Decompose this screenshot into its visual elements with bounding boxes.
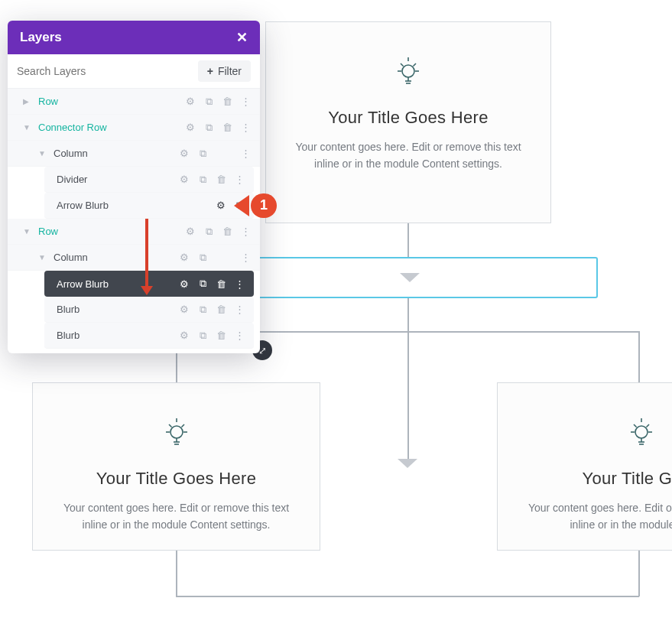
svg-point-9 [170, 426, 183, 438]
lightbulb-icon [56, 414, 297, 450]
layer-label: Connector Row [38, 122, 183, 133]
lightbulb-icon [289, 53, 528, 89]
layer-label: Divider [57, 174, 177, 185]
chevron-down-icon[interactable]: ▼ [23, 123, 32, 132]
arrow-blurb-module[interactable] [222, 257, 598, 298]
card-title[interactable]: Your Title Goes Here [56, 469, 297, 489]
more-icon[interactable]: ⋮ [232, 173, 246, 187]
gear-icon[interactable]: ⚙ [177, 147, 191, 161]
trash-icon[interactable]: 🗑 [214, 173, 228, 187]
layer-arrow-blurb-source[interactable]: Arrow Blurb ⚙ ⧉ 1 + [44, 193, 254, 219]
gear-icon[interactable]: ⚙ [177, 173, 191, 187]
layer-row-2[interactable]: ▼ Row ⚙ ⧉ 🗑 ⋮ [8, 219, 260, 245]
chevron-down-icon[interactable]: ▼ [38, 149, 47, 158]
connector-line [407, 223, 409, 257]
trash-icon[interactable]: 🗑 [214, 329, 228, 343]
duplicate-icon[interactable]: ⧉ [202, 225, 216, 239]
duplicate-icon[interactable]: ⧉ [196, 329, 209, 343]
gear-icon[interactable]: ⚙ [177, 251, 191, 265]
layer-label: Row [38, 226, 183, 237]
caret-down-icon [398, 459, 417, 468]
connector-line [638, 550, 640, 596]
duplicate-icon[interactable]: ⧉ [196, 147, 209, 161]
more-icon[interactable]: ⋮ [232, 329, 246, 343]
layer-column-2[interactable]: ▼ Column ⚙ ⧉ . ⋮ [8, 245, 260, 271]
layer-blurb[interactable]: Blurb ⚙ ⧉ 🗑 ⋮ [44, 323, 254, 349]
more-icon[interactable]: ⋮ [239, 147, 252, 161]
panel-title: Layers [20, 30, 62, 45]
callout-number: 1 [251, 193, 277, 218]
chevron-down-icon[interactable]: ▼ [23, 227, 32, 236]
trash-icon[interactable]: 🗑 [214, 277, 228, 291]
svg-line-7 [401, 63, 404, 67]
layer-label: Column [54, 148, 177, 159]
filter-button[interactable]: + Filter [198, 60, 251, 82]
connector-line [407, 331, 409, 461]
layer-row[interactable]: ▶ Row ⚙ ⧉ 🗑 ⋮ [8, 89, 260, 115]
card-top[interactable]: Your Title Goes Here Your content goes h… [265, 21, 551, 223]
more-icon[interactable]: ⋮ [239, 121, 252, 135]
layer-label: Row [38, 96, 183, 107]
card-title[interactable]: Your Title Goes [521, 469, 672, 489]
filter-label: Filter [218, 65, 242, 77]
layers-tree: ▶ Row ⚙ ⧉ 🗑 ⋮ ▼ Connector Row ⚙ ⧉ 🗑 ⋮ ▼ … [8, 89, 260, 353]
panel-toolbar: + Filter [8, 54, 260, 89]
layer-column[interactable]: ▼ Column ⚙ ⧉ . ⋮ [8, 141, 260, 167]
chevron-down-icon[interactable]: ▼ [38, 253, 47, 262]
svg-line-16 [169, 424, 172, 427]
layer-label: Blurb [57, 304, 177, 315]
gear-icon[interactable]: ⚙ [177, 277, 191, 291]
duplicate-icon[interactable]: ⧉ [196, 173, 209, 187]
gear-icon[interactable]: ⚙ [177, 303, 191, 317]
trash-icon[interactable]: 🗑 [220, 121, 234, 135]
search-input[interactable] [17, 65, 192, 77]
gear-icon[interactable]: ⚙ [183, 95, 197, 109]
close-icon[interactable]: ✕ [236, 31, 248, 44]
caret-down-icon [400, 273, 420, 282]
layer-label: Blurb [57, 330, 177, 341]
more-icon[interactable]: ⋮ [239, 251, 252, 265]
svg-line-8 [414, 63, 417, 67]
more-icon[interactable]: ⋮ [232, 277, 246, 291]
card-bottom-left[interactable]: Your Title Goes Here Your content goes h… [32, 382, 320, 551]
layer-connector-row[interactable]: ▼ Connector Row ⚙ ⧉ 🗑 ⋮ [8, 115, 260, 141]
card-body[interactable]: Your content goes here. Edit or remove t… [521, 499, 672, 534]
card-bottom-right[interactable]: Your Title Goes Your content goes here. … [497, 382, 672, 551]
more-icon[interactable]: ⋮ [239, 95, 252, 109]
chevron-right-icon[interactable]: ▶ [23, 97, 32, 106]
gear-icon[interactable]: ⚙ [214, 199, 228, 213]
layer-label: Arrow Blurb [57, 200, 214, 211]
more-icon[interactable]: ⋮ [239, 225, 252, 239]
trash-icon[interactable]: 🗑 [220, 95, 234, 109]
svg-line-25 [634, 424, 637, 427]
plus-icon: + [207, 65, 213, 77]
duplicate-icon[interactable]: ⧉ [196, 277, 209, 291]
connector-line [176, 550, 177, 596]
svg-point-0 [402, 65, 414, 77]
svg-line-17 [181, 424, 184, 427]
connector-line [638, 331, 640, 382]
card-title[interactable]: Your Title Goes Here [289, 108, 528, 128]
duplicate-icon[interactable]: ⧉ [196, 251, 209, 265]
layer-divider[interactable]: Divider ⚙ ⧉ 🗑 ⋮ [44, 167, 254, 193]
svg-line-26 [646, 424, 649, 427]
gear-icon[interactable]: ⚙ [183, 121, 197, 135]
trash-icon[interactable]: 🗑 [220, 225, 234, 239]
panel-header[interactable]: Layers ✕ [8, 21, 260, 54]
layer-blurb[interactable]: Blurb ⚙ ⧉ 🗑 ⋮ [44, 297, 254, 323]
layer-label: Arrow Blurb [57, 278, 177, 290]
duplicate-icon[interactable]: ⧉ [196, 303, 209, 317]
duplicate-icon[interactable]: ⧉ [202, 121, 216, 135]
gear-icon[interactable]: ⚙ [183, 225, 197, 239]
layers-panel: Layers ✕ + Filter ▶ Row ⚙ ⧉ 🗑 ⋮ ▼ Connec… [8, 21, 260, 353]
connector-line [407, 298, 409, 332]
more-icon[interactable]: ⋮ [232, 303, 246, 317]
svg-point-18 [635, 426, 648, 438]
duplicate-icon[interactable]: ⧉ [202, 95, 216, 109]
card-body[interactable]: Your content goes here. Edit or remove t… [289, 138, 528, 173]
trash-icon[interactable]: 🗑 [214, 303, 228, 317]
card-body[interactable]: Your content goes here. Edit or remove t… [56, 499, 297, 534]
gear-icon[interactable]: ⚙ [177, 329, 191, 343]
drag-arrow-indicator [145, 219, 148, 288]
callout-marker: 1 [239, 193, 277, 218]
